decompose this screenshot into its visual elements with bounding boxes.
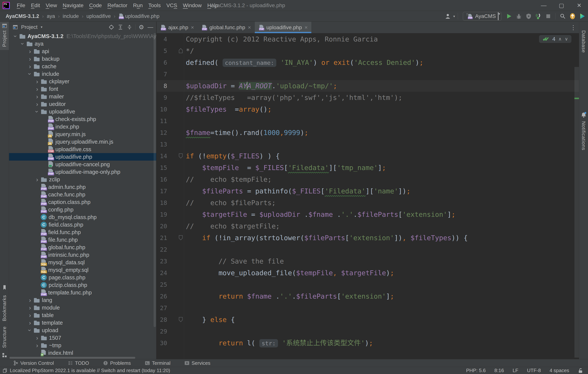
gutter-line-19[interactable]: 19: [157, 209, 184, 220]
code-line-30[interactable]: 30 return l( str: '系统禁止上传该类型文件');: [157, 337, 579, 349]
breadcrumb-item[interactable]: AyaCMS-3.1.2: [6, 13, 39, 19]
breadcrumb-item[interactable]: uploadifive: [86, 13, 111, 19]
tree-chevron-icon[interactable]: ›: [26, 47, 33, 55]
listen-php-debug-icon[interactable]: [534, 12, 543, 21]
tree-item-uploadifive[interactable]: ›uploadifive: [9, 108, 156, 115]
code-line-22[interactable]: 22: [157, 244, 579, 256]
code-line-19[interactable]: 19 $targetFile = $uploadDir .$fname .'.'…: [157, 209, 579, 220]
project-view-selector[interactable]: Project: [21, 24, 38, 30]
gutter-line-21[interactable]: 21: [157, 232, 184, 244]
gutter-line-25[interactable]: 25: [157, 279, 184, 290]
close-tab-icon[interactable]: ×: [191, 24, 194, 31]
run-button[interactable]: [504, 12, 514, 21]
close-icon[interactable]: ✕: [570, 0, 588, 11]
project-horizontal-scrollbar[interactable]: [10, 357, 135, 359]
tree-chevron-icon[interactable]: ›: [33, 176, 41, 183]
event-log-icon[interactable]: [3, 368, 8, 373]
gutter-line-12[interactable]: 12: [157, 127, 184, 139]
gutter-line-16[interactable]: 16: [157, 174, 184, 185]
sidebar-item-structure[interactable]: Structure: [1, 326, 7, 348]
tab-uploadifive.php[interactable]: PHPuploadifive.php×: [255, 22, 312, 33]
tree-item-admin.func.php[interactable]: PHPadmin.func.php: [9, 183, 156, 191]
menu-item-window[interactable]: Window: [180, 2, 204, 8]
tree-item-zclip[interactable]: ›zclip: [9, 176, 156, 183]
tree-chevron-icon[interactable]: ›: [33, 93, 41, 100]
status-widget[interactable]: 8:16: [494, 368, 504, 374]
close-tab-icon[interactable]: ×: [304, 24, 308, 31]
sidebar-item-database[interactable]: Database: [581, 30, 587, 53]
tree-item-template[interactable]: ›template: [9, 319, 156, 327]
tree-item-ueditor[interactable]: ›ueditor: [9, 100, 156, 108]
tree-item-check-exists.php[interactable]: PHPcheck-exists.php: [9, 115, 156, 123]
code-line-14[interactable]: 14if (!empty($_FILES) ) {: [157, 150, 579, 162]
tree-item-1507[interactable]: ›1507: [9, 334, 156, 342]
status-message[interactable]: Localized PhpStorm 2022.1 is available /…: [10, 368, 170, 374]
tree-chevron-icon[interactable]: ›: [26, 327, 34, 334]
sidebar-item-notifications[interactable]: Notifications: [581, 121, 587, 150]
gutter-line-27[interactable]: 27: [157, 302, 184, 314]
search-everywhere-icon[interactable]: [558, 12, 568, 21]
tree-chevron-icon[interactable]: ›: [19, 40, 27, 47]
tree-item-uploadifive-cancel.png[interactable]: uploadifive-cancel.png: [9, 160, 156, 168]
fold-marker-icon[interactable]: [178, 235, 183, 241]
tree-item-cache.func.php[interactable]: PHPcache.func.php: [9, 191, 156, 198]
sidebar-item-project[interactable]: Project: [0, 22, 9, 50]
tree-item-cache[interactable]: ›cache: [9, 63, 156, 70]
sidebar-item-bookmarks[interactable]: Bookmarks: [1, 295, 7, 321]
tree-chevron-icon[interactable]: ›: [26, 63, 33, 70]
project-vertical-scrollbar[interactable]: [154, 33, 156, 327]
gutter-line-24[interactable]: 24: [157, 267, 184, 279]
code-line-9[interactable]: 9//$fileTypes =array('php','swf','js','h…: [157, 92, 579, 104]
menu-item-navigate[interactable]: Navigate: [60, 2, 86, 8]
gutter-line-15[interactable]: 15: [157, 162, 184, 174]
tree-item-uploadifive-image-only.php[interactable]: PHPuploadifive-image-only.php: [9, 168, 156, 176]
tree-item-table[interactable]: ›table: [9, 311, 156, 319]
tree-chevron-icon[interactable]: ›: [12, 32, 19, 40]
code-line-12[interactable]: 12$fname=time().rand(1000,9999);: [157, 127, 579, 139]
status-widget[interactable]: 4 spaces: [550, 368, 569, 374]
menu-item-run[interactable]: Run: [130, 2, 146, 8]
tree-item-upload[interactable]: ›upload: [9, 327, 156, 334]
menu-item-edit[interactable]: Edit: [28, 2, 43, 8]
tree-item-jquery.uploadifive.min.js[interactable]: 101JSjquery.uploadifive.min.js: [9, 138, 156, 146]
toolwindow-button-todo[interactable]: TODO: [68, 360, 89, 366]
chevron-down-icon[interactable]: ▼: [40, 25, 43, 29]
tree-item-~tmp[interactable]: ›~tmp: [9, 342, 156, 349]
gutter-line-7[interactable]: 7: [157, 68, 184, 80]
status-widget[interactable]: PHP: 5.6: [466, 368, 486, 374]
code-line-21[interactable]: 21 if (!in_array(strtolower($fileParts['…: [157, 232, 579, 244]
gutter-line-6[interactable]: 6: [157, 57, 184, 68]
gutter-line-28[interactable]: 28: [157, 314, 184, 326]
toolwindow-button-services[interactable]: Services: [184, 360, 210, 366]
tree-item-uploadifive.php[interactable]: PHPuploadifive.php: [9, 153, 156, 160]
prev-problem-icon[interactable]: ∧: [558, 36, 562, 42]
status-widget[interactable]: UTF-8: [527, 368, 541, 374]
code-line-13[interactable]: 13: [157, 139, 579, 150]
tree-chevron-icon[interactable]: ›: [26, 304, 33, 311]
code-line-23[interactable]: 23 // Save the file: [157, 256, 579, 267]
toolwindow-button-problems[interactable]: Problems: [103, 360, 131, 366]
tree-item-api[interactable]: ›api: [9, 47, 156, 55]
tree-item-template.func.php[interactable]: PHPtemplate.func.php: [9, 289, 156, 296]
notifications-bell-icon[interactable]: [581, 112, 587, 118]
code-line-17[interactable]: 17 $fileParts = pathinfo($_FILES['Fileda…: [157, 185, 579, 197]
tree-item-pclzip.class.php[interactable]: Cpclzip.class.php: [9, 281, 156, 289]
coverage-icon[interactable]: [524, 12, 534, 21]
tabs-more-icon[interactable]: ⋮: [570, 22, 576, 33]
menu-item-vcs[interactable]: VCS: [164, 2, 180, 8]
select-opened-file-icon[interactable]: [108, 24, 115, 30]
tree-item-backup[interactable]: ›backup: [9, 55, 156, 63]
code-line-15[interactable]: 15 $tempFile = $_FILES['Filedata']['tmp_…: [157, 162, 579, 174]
gutter-line-20[interactable]: 20: [157, 220, 184, 232]
breadcrumb-item[interactable]: include: [63, 13, 79, 19]
code-line-16[interactable]: 16// echo $tempFile;: [157, 174, 579, 185]
tree-chevron-icon[interactable]: ›: [33, 342, 41, 349]
gutter-line-11[interactable]: 11: [157, 115, 184, 127]
tree-item-db_mysql.class.php[interactable]: Cdb_mysql.class.php: [9, 214, 156, 221]
menu-item-tools[interactable]: Tools: [146, 2, 163, 8]
tree-item-AyaCMS-3.1.2[interactable]: ›AyaCMS-3.1.2E:\Tools\Env\phpstudy_pro\W…: [9, 32, 156, 40]
editor-scrollbar[interactable]: [574, 67, 579, 358]
stop-icon[interactable]: [543, 12, 553, 21]
tree-item-module[interactable]: ›module: [9, 304, 156, 311]
gutter-line-8[interactable]: 8: [157, 80, 184, 92]
